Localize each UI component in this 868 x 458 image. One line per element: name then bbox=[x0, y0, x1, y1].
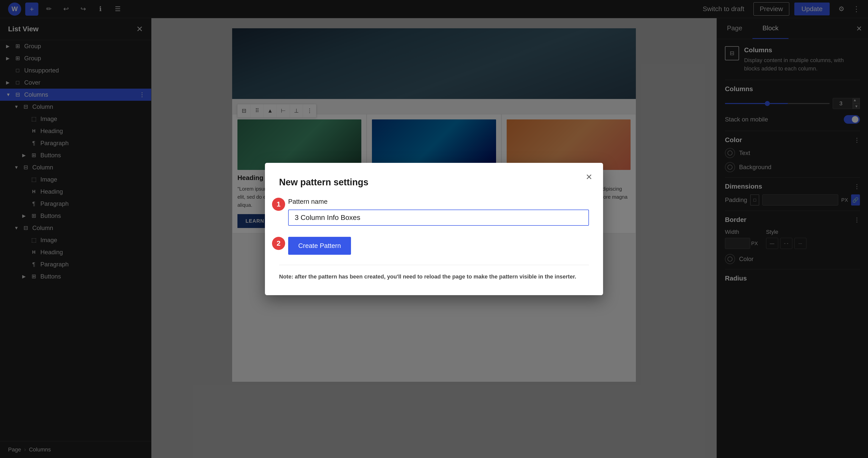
step-2-badge: 2 bbox=[272, 237, 285, 250]
modal-close-button[interactable]: ✕ bbox=[583, 171, 595, 183]
create-pattern-wrapper: 2 Create Pattern bbox=[279, 237, 589, 255]
step-1-badge: 1 bbox=[272, 198, 285, 211]
modal-overlay[interactable]: New pattern settings ✕ 1 Pattern name 2 … bbox=[0, 0, 868, 458]
pattern-name-label: Pattern name bbox=[288, 198, 589, 205]
modal-title: New pattern settings bbox=[279, 177, 589, 188]
pattern-name-input[interactable] bbox=[288, 209, 589, 226]
new-pattern-modal: New pattern settings ✕ 1 Pattern name 2 … bbox=[265, 163, 603, 295]
modal-note-text: Note: after the pattern has been created… bbox=[279, 274, 576, 280]
create-pattern-button[interactable]: Create Pattern bbox=[288, 237, 351, 255]
pattern-name-field-wrapper: 1 Pattern name bbox=[279, 198, 589, 234]
modal-note: Note: after the pattern has been created… bbox=[279, 265, 589, 281]
